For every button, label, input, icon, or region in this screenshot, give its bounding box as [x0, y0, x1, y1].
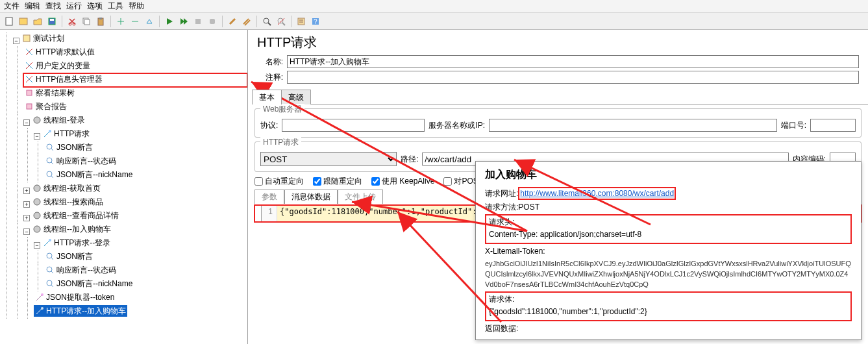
paste-icon[interactable]	[94, 15, 107, 28]
tree-http-defaults[interactable]: HTTP请求默认值	[23, 46, 96, 58]
clear-icon[interactable]	[226, 15, 239, 28]
toggle-icon[interactable]: +	[23, 215, 30, 221]
toggle-icon[interactable]: −	[34, 242, 40, 249]
card-url-link[interactable]: http://www.litemall360.com:8080/wx/cart/…	[520, 189, 674, 198]
svg-text:?: ?	[314, 18, 317, 25]
expand-icon[interactable]	[114, 15, 127, 28]
svg-point-44	[34, 212, 40, 219]
card-hd-label: 请求头:	[489, 217, 848, 227]
port-label: 端口号:	[781, 120, 806, 131]
info-card: 加入购物车 请求网址:http://www.litemall360.com:80…	[475, 161, 862, 340]
tree-json-assert[interactable]: JSON断言	[44, 141, 94, 153]
open-icon[interactable]	[31, 15, 44, 28]
tree-root[interactable]: 测试计划	[21, 32, 66, 44]
svg-point-54	[41, 307, 43, 310]
tree-tg-home[interactable]: 线程组-获取首页	[31, 182, 102, 194]
card-method-label: 请求方法:	[485, 203, 518, 212]
copy-icon[interactable]	[80, 15, 93, 28]
svg-point-47	[47, 253, 52, 258]
tree-tg-search[interactable]: 线程组--搜索商品	[31, 196, 105, 208]
tree-user-vars[interactable]: 用户定义的变量	[23, 60, 92, 71]
clear-all-icon[interactable]	[240, 15, 253, 28]
menu-find[interactable]: 查找	[45, 1, 61, 12]
toggle-icon[interactable]: +	[23, 188, 30, 194]
save-icon[interactable]	[45, 15, 58, 28]
tree-tg-detail[interactable]: 线程组--查看商品详情	[31, 210, 120, 221]
toggle-icon[interactable]: +	[23, 201, 30, 208]
tree-aggregate[interactable]: 聚合报告	[23, 101, 68, 112]
svg-point-17	[278, 18, 283, 23]
svg-point-51	[47, 280, 52, 286]
templates-icon[interactable]	[17, 15, 30, 28]
menu-tools[interactable]: 工具	[108, 1, 123, 12]
toggle-icon[interactable]	[143, 15, 156, 28]
panel-title: HTTP请求	[248, 30, 868, 54]
tree-json-nick[interactable]: JSON断言--nickName	[44, 169, 134, 180]
server-field[interactable]	[489, 119, 777, 132]
comment-label: 注释:	[257, 72, 283, 83]
tree-cart-json1[interactable]: JSON断言	[44, 251, 94, 262]
toggle-icon[interactable]: −	[23, 119, 30, 126]
tree-header-manager[interactable]: HTTP信息头管理器	[23, 73, 104, 85]
toolbar: ?	[0, 13, 868, 30]
protocol-field[interactable]	[282, 119, 425, 132]
search-icon[interactable]	[260, 15, 273, 28]
tree-results-tree[interactable]: 察看结果树	[23, 87, 76, 99]
menu-bar: 文件 编辑 查找 运行 选项 工具 帮助	[0, 0, 868, 13]
toggle-icon[interactable]: −	[13, 38, 19, 44]
web-server-section: Web服务器 协议: 服务器名称或IP: 端口号:	[254, 108, 862, 138]
menu-help[interactable]: 帮助	[129, 1, 144, 12]
test-plan-tree[interactable]: −测试计划 HTTP请求默认值 用户定义的变量 HTTP信息头管理器 察看结果树…	[0, 30, 248, 344]
shutdown-icon[interactable]	[206, 15, 219, 28]
tree-json-extractor[interactable]: JSON提取器--token	[34, 291, 116, 303]
func-helper-icon[interactable]	[295, 15, 308, 28]
protocol-label: 协议:	[260, 120, 278, 131]
reset-search-icon[interactable]	[275, 15, 288, 28]
collapse-icon[interactable]	[129, 15, 142, 28]
tree-tg-login[interactable]: 线程组-登录	[31, 114, 86, 126]
tab-advanced[interactable]: 高级	[281, 90, 311, 104]
run-icon[interactable]	[163, 15, 176, 28]
card-content-type: Content-Type: application/json;charset=u…	[489, 229, 848, 240]
stop-icon[interactable]	[192, 15, 205, 28]
svg-point-35	[49, 130, 51, 132]
tree-cart-addreq[interactable]: HTTP请求--加入购物车	[34, 305, 127, 317]
tree-cart-resp[interactable]: 响应断言--状态码	[44, 264, 118, 276]
svg-point-53	[41, 293, 43, 296]
editor-pane: HTTP请求 名称: 注释: 基本 高级 Web服务器 协议: 服务器名称或IP…	[248, 30, 868, 344]
name-field[interactable]	[287, 55, 859, 68]
svg-rect-1	[19, 18, 27, 25]
tree-resp-assert[interactable]: 响应断言--状态码	[44, 155, 118, 167]
server-label: 服务器名称或IP:	[428, 120, 485, 131]
name-label: 名称:	[257, 56, 283, 68]
menu-file[interactable]: 文件	[4, 1, 19, 12]
svg-line-16	[268, 23, 271, 25]
port-field[interactable]	[810, 119, 856, 132]
line-number: 1	[262, 206, 277, 221]
chk-follow-redirect[interactable]: 跟随重定向	[313, 176, 362, 187]
tree-cart-nick[interactable]: JSON断言--nickName	[44, 278, 134, 289]
tab-basic[interactable]: 基本	[252, 90, 282, 104]
tree-cart-login[interactable]: HTTP请求--登录	[42, 237, 112, 249]
chk-keepalive[interactable]: 使用 KeepAlive	[371, 176, 434, 187]
menu-options[interactable]: 选项	[87, 1, 103, 12]
menu-edit[interactable]: 编辑	[25, 1, 40, 12]
menu-run[interactable]: 运行	[66, 1, 82, 12]
run-nopause-icon[interactable]	[177, 15, 190, 28]
help-icon[interactable]: ?	[309, 15, 322, 28]
chk-auto-redirect[interactable]: 自动重定向	[254, 176, 304, 187]
tree-http-req-login[interactable]: HTTP请求	[42, 128, 91, 140]
card-return-label: 返回数据:	[485, 323, 852, 334]
toggle-icon[interactable]: −	[23, 228, 30, 235]
toggle-icon[interactable]: −	[34, 133, 40, 140]
method-select[interactable]: POST	[260, 152, 397, 166]
web-server-hd: Web服务器	[260, 104, 304, 115]
tree-tg-cart[interactable]: 线程组--加入购物车	[31, 223, 112, 235]
comment-field[interactable]	[287, 71, 859, 84]
subtab-params[interactable]: 参数	[254, 190, 284, 204]
svg-point-46	[49, 239, 51, 241]
subtab-file[interactable]: 文件上传	[338, 190, 383, 204]
subtab-body[interactable]: 消息体数据	[284, 190, 338, 204]
cut-icon[interactable]	[66, 15, 79, 28]
new-icon[interactable]	[3, 15, 16, 28]
